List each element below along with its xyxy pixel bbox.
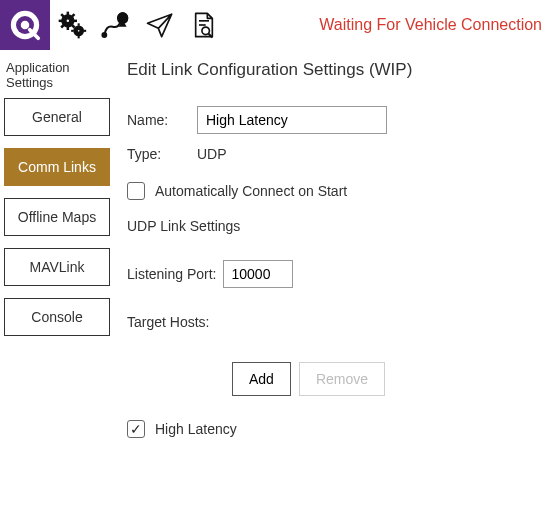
app-logo[interactable] (0, 0, 50, 50)
listening-port-label: Listening Port: (127, 266, 217, 282)
name-label: Name: (127, 112, 197, 128)
page-title: Edit Link Configuration Settings (WIP) (127, 58, 546, 80)
q-logo-icon (8, 8, 42, 42)
target-hosts-label: Target Hosts: (127, 314, 546, 330)
settings-button[interactable] (50, 0, 94, 50)
sidebar-item-general[interactable]: General (4, 98, 110, 136)
add-button[interactable]: Add (232, 362, 291, 396)
name-input[interactable] (197, 106, 387, 134)
main-panel: Edit Link Configuration Settings (WIP) N… (115, 50, 560, 512)
svg-point-4 (66, 19, 70, 23)
sidebar-item-comm-links[interactable]: Comm Links (4, 148, 110, 186)
auto-connect-checkbox[interactable] (127, 182, 145, 200)
svg-point-24 (202, 27, 210, 35)
sidebar-item-mavlink[interactable]: MAVLink (4, 248, 110, 286)
top-toolbar: B Waiting For Vehicle Connection (0, 0, 560, 50)
waypoint-button[interactable]: B (94, 0, 138, 50)
connection-status: Waiting For Vehicle Connection (319, 16, 542, 34)
svg-line-10 (72, 25, 75, 28)
high-latency-label: High Latency (155, 421, 237, 437)
svg-line-11 (61, 25, 64, 28)
remove-button: Remove (299, 362, 385, 396)
svg-point-14 (77, 29, 80, 32)
sidebar-title: Application Settings (4, 54, 110, 98)
type-value: UDP (197, 146, 227, 162)
gears-icon (57, 10, 87, 40)
listening-port-input[interactable] (223, 260, 293, 288)
sidebar-item-console[interactable]: Console (4, 298, 110, 336)
send-button[interactable] (138, 0, 182, 50)
auto-connect-label: Automatically Connect on Start (155, 183, 347, 199)
analyze-button[interactable] (182, 0, 226, 50)
paper-plane-icon (145, 10, 175, 40)
svg-line-12 (72, 14, 75, 17)
udp-section-label: UDP Link Settings (127, 218, 546, 234)
svg-point-2 (21, 21, 30, 30)
svg-point-19 (102, 33, 106, 37)
svg-line-9 (61, 14, 64, 17)
sidebar-item-offline-maps[interactable]: Offline Maps (4, 198, 110, 236)
high-latency-checkbox[interactable]: ✓ (127, 420, 145, 438)
route-pin-icon: B (101, 10, 131, 40)
type-label: Type: (127, 146, 197, 162)
settings-sidebar: Application Settings General Comm Links … (0, 50, 115, 512)
document-search-icon (189, 10, 219, 40)
